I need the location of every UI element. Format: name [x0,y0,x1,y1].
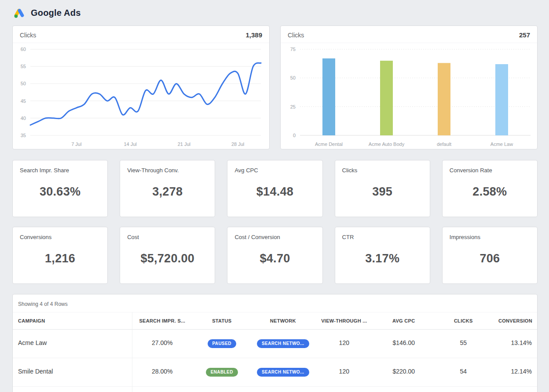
kpi-label: Search Impr. Share [20,167,100,174]
kpi-value: $14.48 [234,174,315,210]
svg-text:50: 50 [21,81,26,86]
status-cell: ENABLED [192,358,251,387]
chart-header: Clicks 1,389 [13,26,269,43]
svg-text:0: 0 [293,133,296,138]
svg-text:50: 50 [290,75,296,80]
svg-text:40: 40 [21,116,26,121]
network-cell: SEARCH NETWO... [252,330,315,358]
app-title: Google Ads [31,8,81,18]
chart-title: Clicks [288,32,304,39]
chart-total-value: 257 [519,31,530,39]
app-header: Google Ads [12,0,538,25]
column-header-conversion: CONVERSION [493,312,537,330]
kpi-label: Impressions [450,234,530,240]
kpi-card-view-through-conv: View-Through Conv. 3,278 [120,160,215,217]
status-badge: PAUSED [208,339,236,348]
charts-row: Clicks 1,389 3540455055607 Jul14 Jul21 J… [12,25,538,149]
clicks-cell: 54 [434,358,494,387]
clicks-bar-chart-card: Clicks 257 0255075Acme DentalAcme Auto B… [280,25,538,149]
kpi-label: Conversions [20,234,100,240]
column-header-status: STATUS [192,312,251,330]
network-badge: SEARCH NETWO... [257,339,309,348]
svg-text:Acme Law: Acme Law [490,142,513,147]
kpi-card-avg-cpc: Avg CPC $14.48 [227,160,322,217]
column-header-avg-cpc: AVG CPC [374,312,433,330]
kpi-card-ctr: CTR 3.17% [335,227,430,284]
svg-text:Acme Dental: Acme Dental [315,142,343,147]
kpi-value: 706 [450,240,530,277]
column-header-network: NETWORK [252,312,315,330]
kpi-row-1: Search Impr. Share 30.63% View-Through C… [12,160,538,217]
kpi-value: $5,720.00 [127,240,208,277]
dashboard-page: Google Ads Clicks 1,389 3540455055607 Ju… [0,0,549,392]
status-badge: ENABLED [206,368,238,377]
status-cell: PAUSED [192,330,251,358]
conversion-cell: 12.14% [493,358,537,387]
column-header-search-impr-share: SEARCH IMPR. S... [132,312,192,330]
kpi-value: 3.17% [342,240,423,277]
svg-text:14 Jul: 14 Jul [124,142,136,147]
kpi-label: Avg CPC [234,167,315,174]
campaign-name-cell: Acme Law [13,330,132,358]
table-row-partial [132,387,537,392]
clicks-cell: 55 [434,330,494,358]
view-through-cell: 120 [315,358,374,387]
kpi-value: 2.58% [450,174,530,210]
kpi-card-cost: Cost $5,720.00 [120,227,215,284]
kpi-card-conversions: Conversions 1,216 [12,227,108,284]
network-badge: SEARCH NETWO... [257,368,309,377]
campaigns-table-card: Showing 4 of 4 Rows CAMPAIGN SEARCH IMPR… [12,294,538,392]
svg-text:75: 75 [290,47,296,52]
avg-cpc-cell: $146.00 [374,330,433,358]
svg-text:7 Jul: 7 Jul [71,142,81,147]
kpi-value: $4.70 [234,240,315,277]
kpi-row-2: Conversions 1,216 Cost $5,720.00 Cost / … [12,227,538,284]
kpi-value: 30.63% [20,174,100,210]
svg-text:25: 25 [290,104,296,109]
kpi-label: View-Through Conv. [127,167,208,174]
kpi-label: Cost / Conversion [234,234,315,240]
svg-text:60: 60 [21,47,26,52]
kpi-label: Cost [127,234,208,240]
kpi-card-clicks: Clicks 395 [335,160,430,217]
clicks-line-chart: 3540455055607 Jul14 Jul21 Jul28 Jul [13,43,269,149]
kpi-label: Clicks [342,167,423,174]
svg-text:35: 35 [21,133,26,138]
column-header-view-through: VIEW-THROUGH ... [315,312,374,330]
svg-text:default: default [437,142,451,147]
chart-total-value: 1,389 [245,31,262,39]
kpi-value: 3,278 [127,174,208,210]
kpi-label: CTR [342,234,423,240]
kpi-card-search-impr-share: Search Impr. Share 30.63% [12,160,108,217]
svg-text:Acme Auto Body: Acme Auto Body [369,142,405,147]
svg-text:55: 55 [21,64,26,69]
campaign-name-cell: Smile Dental [13,358,132,387]
kpi-value: 1,216 [20,240,100,277]
avg-cpc-cell: $220.00 [374,358,433,387]
network-cell: SEARCH NETWO... [252,358,315,387]
column-header-campaign: CAMPAIGN [13,312,132,330]
chart-title: Clicks [20,32,36,39]
kpi-label: Conversion Rate [450,167,530,174]
view-through-cell: 120 [315,330,374,358]
column-header-clicks: CLICKS [434,312,494,330]
kpi-card-cost-per-conversion: Cost / Conversion $4.70 [227,227,322,284]
clicks-by-campaign-bar-chart: 0255075Acme DentalAcme Auto BodydefaultA… [281,43,538,149]
table-summary: Showing 4 of 4 Rows [13,294,537,312]
svg-text:21 Jul: 21 Jul [178,142,190,147]
google-ads-logo-icon [13,7,25,19]
search-impr-share-cell: 28.00% [132,358,192,387]
table-row-partial [13,387,132,392]
clicks-line-chart-card: Clicks 1,389 3540455055607 Jul14 Jul21 J… [12,25,270,149]
conversion-cell: 13.14% [493,330,537,358]
svg-text:45: 45 [21,98,26,104]
kpi-value: 395 [342,174,423,210]
chart-header: Clicks 257 [281,26,537,43]
svg-text:28 Jul: 28 Jul [231,142,244,147]
kpi-card-impressions: Impressions 706 [442,227,538,284]
kpi-card-conversion-rate: Conversion Rate 2.58% [442,160,538,217]
search-impr-share-cell: 27.00% [132,330,192,358]
campaigns-table: CAMPAIGN SEARCH IMPR. S... STATUS NETWOR… [13,312,537,392]
